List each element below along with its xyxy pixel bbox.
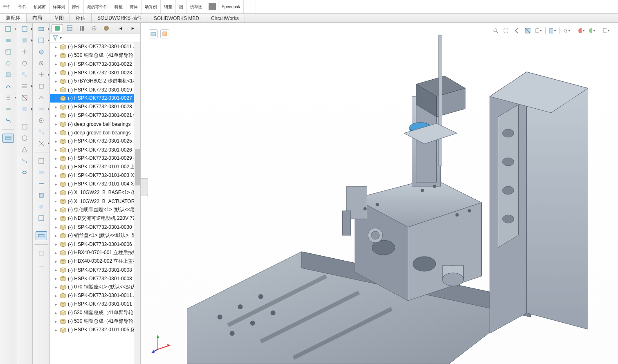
expand-icon[interactable]: ▸ (54, 225, 58, 229)
expand-icon[interactable]: ▸ (54, 242, 58, 246)
tool-icon[interactable] (2, 36, 14, 45)
tool-icon[interactable] (36, 168, 47, 177)
expand-icon[interactable]: ▸ (54, 139, 58, 143)
fm-tree-item[interactable]: ▸(-) HBX40-0302-002 立柱上盖板 (50, 257, 140, 266)
tool-icon[interactable] (36, 249, 47, 258)
tab-assembly[interactable]: 装配体 (0, 14, 27, 22)
tool-icon[interactable] (2, 59, 14, 68)
expand-icon[interactable]: ▸ (54, 165, 58, 169)
expand-icon[interactable]: ▸ (54, 217, 58, 221)
fm-tab-tree-icon[interactable] (52, 24, 63, 32)
fm-tree-item[interactable]: ▸(-) HSPK-DK7732-0301-0008 (50, 274, 140, 283)
expand-icon[interactable]: ▸ (54, 182, 58, 186)
tool-icon[interactable] (2, 105, 14, 114)
graphics-viewport[interactable] (141, 23, 618, 364)
fm-tree-item[interactable]: ▸(-) ND交流可逆电动机 220V 77 (50, 214, 140, 223)
tool-icon[interactable] (2, 70, 14, 79)
tool-icon[interactable] (36, 93, 47, 102)
expand-icon[interactable]: ▸ (54, 328, 58, 332)
tool-icon[interactable] (36, 25, 47, 33)
fm-tree-item[interactable]: ▸(-) HSPK-DK7732-0301-0008 (50, 266, 140, 274)
expand-icon[interactable]: ▸ (54, 208, 58, 212)
ribbon-item[interactable]: 细差 (161, 0, 176, 13)
ribbon-item[interactable]: Speedpak (218, 0, 244, 13)
tool-icon[interactable] (19, 145, 30, 154)
ribbon-item[interactable]: 部件 (0, 0, 15, 13)
fm-tab-config-icon[interactable] (76, 24, 88, 32)
expand-icon[interactable]: ▸ (54, 96, 58, 100)
fm-tree-item[interactable]: ▸(-) HSPK-DK7732-0301-0029 軎 (50, 154, 140, 163)
ribbon-item[interactable]: 部件 (69, 0, 84, 13)
fm-tree-item[interactable]: ▸(-) X_10GW22_B_BASE<1> (默 (50, 188, 140, 197)
tool-icon[interactable] (36, 179, 47, 188)
ribbon-item[interactable] (244, 0, 256, 13)
expand-icon[interactable]: ▸ (54, 251, 58, 255)
tool-icon[interactable] (36, 202, 47, 211)
nav-next-icon[interactable]: ► (127, 24, 139, 32)
ribbon-item[interactable]: 线草图 (187, 0, 206, 13)
fm-tree-item[interactable]: ▸(-) 530 铜塑总成（41单臂导轮） (50, 308, 140, 317)
tool-icon[interactable] (19, 168, 30, 177)
expand-icon[interactable]: ▸ (54, 259, 58, 264)
tool-icon[interactable] (36, 47, 47, 56)
tool-icon[interactable] (19, 47, 30, 56)
tool-icon[interactable] (36, 191, 47, 200)
tool-icon[interactable] (36, 139, 47, 148)
fm-scrollbar[interactable] (134, 42, 140, 364)
tool-icon[interactable] (36, 214, 47, 223)
fm-filter-row[interactable]: ▾ (50, 33, 140, 42)
expand-icon[interactable]: ▸ (54, 45, 58, 49)
fm-tab-dimxpert-icon[interactable] (88, 24, 100, 32)
tool-icon[interactable] (2, 25, 14, 33)
ribbon-item[interactable]: 藏的零部件 (84, 0, 111, 13)
tool-icon[interactable] (36, 82, 47, 91)
expand-icon[interactable]: ▸ (54, 114, 58, 118)
ribbon-item[interactable] (206, 0, 218, 13)
ribbon-item[interactable]: 动算例 (142, 0, 161, 13)
tab-circuitworks[interactable]: CircuitWorks (205, 14, 245, 22)
fm-tree-item[interactable]: ▸(-) HSPK-DK7732-0301-0025 厈 (50, 137, 140, 145)
fm-tree-item[interactable]: ▸(-) HSPK-DK7732-0301-0022 (50, 60, 140, 68)
tool-icon[interactable] (2, 116, 14, 125)
tab-solidworks-mbd[interactable]: SOLIDWORKS MBD (148, 14, 205, 22)
expand-icon[interactable]: ▸ (54, 148, 58, 152)
expand-icon[interactable]: ▸ (54, 88, 58, 92)
scroll-thumb[interactable] (135, 149, 140, 185)
fm-tree-item[interactable]: ▸(-) 57BYGH802-2 步进电机<1> (50, 77, 140, 85)
fm-tree-item[interactable]: ▸(-) HSPK-DK7732-0301-0006 (50, 240, 140, 248)
expand-icon[interactable]: ▸ (54, 131, 58, 135)
fm-tree-item[interactable]: ▸(-) 070 铜塑座<1> (默认<<默认 (50, 283, 140, 291)
tool-icon[interactable] (19, 70, 30, 79)
ribbon-item[interactable]: 预览窗 (30, 0, 49, 13)
tool-icon[interactable] (19, 105, 30, 114)
expand-icon[interactable]: ▸ (54, 54, 58, 58)
fm-tree-item[interactable]: ▸(-) HSPK-DK7732-0101-003 X扌 (50, 171, 140, 180)
fm-tree-item[interactable]: ▸(-) 徐伯明导丝嘴<1> (默认<<黑 (50, 205, 140, 214)
ribbon-item[interactable]: 样阵列 (49, 0, 69, 13)
fm-tree-item[interactable]: ▸(-) X_10GW22_B_ACTUATOR<1 (50, 197, 140, 205)
tool-icon[interactable] (36, 156, 47, 165)
tool-icon[interactable] (36, 105, 47, 114)
expand-icon[interactable]: ▸ (54, 234, 58, 238)
orientation-triad-icon[interactable] (150, 329, 174, 353)
fm-tree-item[interactable]: ▸(-) HSPK-DK7732-0301-0026 (50, 145, 140, 154)
tool-icon[interactable] (2, 47, 14, 56)
expand-icon[interactable]: ▸ (54, 311, 58, 315)
fm-tree-item[interactable]: ▸(-) HSPK-DK7732-0101-004 X轫 (50, 180, 140, 188)
nav-prev-icon[interactable]: ◄ (115, 24, 126, 32)
fm-tree-item[interactable]: ▸(-) HSPK-DK7732-0301-0011 单 (50, 291, 140, 300)
tool-icon[interactable] (19, 134, 30, 143)
expand-icon[interactable]: ▸ (54, 174, 58, 178)
expand-icon[interactable]: ▸ (54, 79, 58, 83)
ribbon-item[interactable]: 图 (176, 0, 187, 13)
tool-icon[interactable] (19, 156, 30, 165)
tool-icon[interactable] (36, 116, 47, 125)
expand-icon[interactable]: ▸ (54, 319, 58, 324)
fm-tab-display-icon[interactable] (101, 24, 112, 32)
expand-icon[interactable]: ▸ (54, 199, 58, 203)
tool-icon[interactable] (19, 36, 30, 45)
expand-icon[interactable]: ▸ (54, 285, 58, 289)
tool-icon[interactable] (19, 59, 30, 68)
expand-icon[interactable]: ▸ (54, 277, 58, 281)
expand-icon[interactable]: ▸ (54, 302, 58, 306)
